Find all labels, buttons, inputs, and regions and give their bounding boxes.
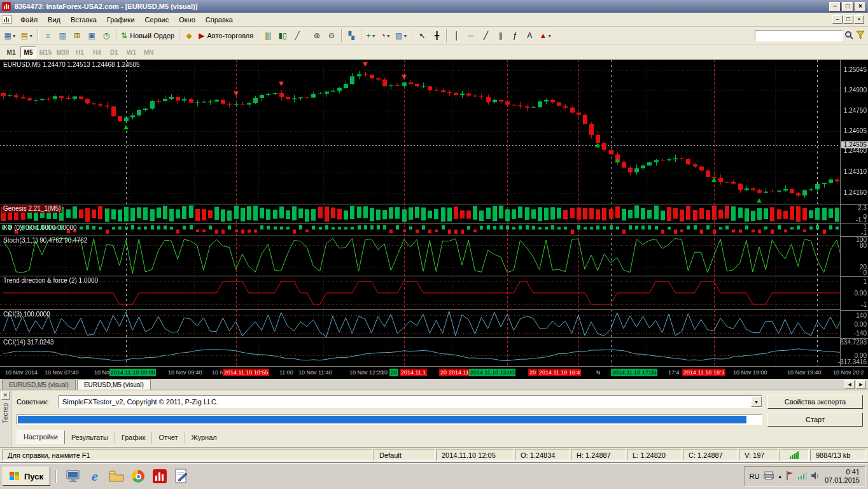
sign-document-icon[interactable] (172, 467, 191, 486)
genesis-pane-label: Genesis 2.21_1(M5) (2, 205, 62, 213)
menu-item-графики[interactable]: Графики (102, 14, 140, 25)
menu-item-вид[interactable]: Вид (43, 14, 66, 25)
tray-expand-icon[interactable]: ▴ (778, 473, 781, 479)
vertical-line-button[interactable]: │ (449, 29, 463, 43)
strategy-tester-button[interactable]: ◷ (99, 29, 113, 43)
search-icon[interactable] (844, 31, 854, 41)
timeframe-m15[interactable]: M15 (38, 46, 53, 58)
terminal-button[interactable]: ▣ (85, 29, 99, 43)
zoom-in-button[interactable]: ⊕ (310, 29, 324, 43)
templates-button[interactable]: ▨▼ (393, 29, 409, 43)
filter-funnel-icon[interactable] (856, 31, 865, 41)
speaker-icon[interactable] (811, 472, 820, 481)
metaeditor-button[interactable]: ◆ (182, 29, 196, 43)
system-tool-icon[interactable] (64, 467, 83, 486)
taskbar-clock[interactable]: 0:41 07.01.2015 (825, 468, 860, 485)
time-axis-label: 10 (380, 369, 389, 376)
language-indicator[interactable]: RU (750, 472, 760, 480)
time-axis-label: 17:4 (667, 369, 681, 376)
status-traffic: 9884/13 kb (810, 450, 866, 461)
chart-tab[interactable]: EURUSD,M5 (visual) (2, 379, 76, 390)
expert-select[interactable]: SimpleFXTester_v2, Copyright © 2011, P-Z… (59, 395, 762, 408)
data-window-button[interactable]: ▥ (55, 29, 69, 43)
mt4-icon[interactable] (150, 467, 169, 486)
tab-scroll-left-icon[interactable]: ◀ (844, 380, 855, 389)
timeframe-mn[interactable]: MN (141, 46, 157, 58)
timeframe-m5[interactable]: M5 (20, 46, 36, 58)
tab-scroll-right-icon[interactable]: ▶ (856, 380, 866, 389)
maximize-button[interactable]: □ (842, 2, 853, 11)
menu-item-окно[interactable]: Окно (174, 14, 200, 25)
chart-tabs: EURUSD,M5 (visual)EURUSD,M5 (visual) (2, 379, 152, 390)
menu-item-справка[interactable]: Справка (200, 14, 238, 25)
cursor-icon: ↖ (419, 32, 425, 39)
zoom-in-icon: ⊕ (314, 32, 320, 39)
status-profile[interactable]: Default (374, 450, 435, 461)
start-menu-button[interactable]: Пуск (3, 467, 50, 486)
expert-select-arrow-icon[interactable]: ▼ (751, 397, 762, 407)
tester-tab-1[interactable]: Настройки (17, 430, 65, 444)
new-chart-button[interactable]: ▦▼ (3, 29, 18, 43)
autotrading-button[interactable]: ▶Авто-торговля (197, 29, 255, 43)
menu-item-файл[interactable]: Файл (15, 14, 43, 25)
channel-button[interactable]: ∥ (493, 29, 507, 43)
flag-icon[interactable] (786, 471, 794, 481)
tester-close-button[interactable]: × (1, 392, 10, 400)
mdi-close-button[interactable]: × (854, 15, 864, 24)
dropdown-arrow-icon: ▼ (372, 34, 376, 38)
chart-tab[interactable]: EURUSD,M5 (visual) (77, 379, 151, 390)
dropdown-arrow-icon: ▼ (29, 34, 33, 38)
mdi-minimize-button[interactable]: – (832, 15, 843, 24)
profiles-button[interactable]: ▤▼ (19, 29, 35, 43)
navigator-button[interactable]: ⊞ (70, 29, 84, 43)
folder-icon[interactable] (107, 467, 126, 486)
arrows-button[interactable]: ▲▼ (537, 29, 554, 43)
printer-icon[interactable] (764, 471, 774, 481)
search-input[interactable] (755, 30, 843, 41)
scale-separator (841, 223, 868, 224)
timeframe-h4[interactable]: H4 (89, 46, 105, 58)
start-button[interactable]: Старт (767, 413, 863, 427)
cci3-scale-label: 140 (856, 312, 867, 319)
network-icon[interactable] (798, 472, 807, 481)
zoom-out-button[interactable]: ⊖ (325, 29, 339, 43)
trendline-button[interactable]: ╱ (479, 29, 493, 43)
chrome-icon[interactable] (129, 467, 148, 486)
cursor-button[interactable]: ↖ (415, 29, 429, 43)
timeframe-m1[interactable]: M1 (3, 46, 19, 58)
timeframe-h1[interactable]: H1 (72, 46, 88, 58)
toolbar-separator (446, 29, 447, 42)
mdi-restore-button[interactable]: □ (843, 15, 853, 24)
candle-chart-button[interactable]: ▮▯ (276, 29, 290, 43)
timeframe-d1[interactable]: D1 (106, 46, 122, 58)
tester-tab-3[interactable]: График (115, 432, 152, 444)
close-button[interactable]: × (855, 2, 866, 11)
new-order-button[interactable]: ⇅Новый Ордер (119, 29, 176, 43)
ie-icon[interactable]: e (85, 467, 104, 486)
status-volume-value: V: 197 (739, 450, 778, 461)
timeframe-m30[interactable]: M30 (55, 46, 71, 58)
line-chart-button[interactable]: ╱ (290, 29, 304, 43)
tile-windows-button[interactable]: ▚ (344, 29, 358, 43)
indicators-button[interactable]: +▼ (364, 29, 378, 43)
tester-tab-5[interactable]: Журнал (185, 432, 223, 444)
bar-chart-button[interactable]: ||| (261, 29, 275, 43)
expert-properties-button[interactable]: Свойства эксперта (767, 395, 863, 409)
market-watch-button[interactable]: ≡ (41, 29, 55, 43)
text-button[interactable]: A (522, 29, 536, 43)
cci3-scale-label: 0.00 (855, 321, 867, 328)
fibonacci-button[interactable]: ƒ (508, 29, 522, 43)
price-chart-canvas[interactable] (0, 60, 840, 366)
timeframe-w1[interactable]: W1 (123, 46, 139, 58)
periods-button[interactable]: ◔▼ (379, 29, 393, 43)
horizontal-line-button[interactable]: ─ (464, 29, 478, 43)
toolbar-separator (116, 29, 117, 42)
menu-item-вставка[interactable]: Вставка (66, 14, 102, 25)
time-axis-label: 10 No (93, 369, 111, 376)
time-axis-label: 20 (528, 369, 537, 376)
minimize-button[interactable]: – (829, 2, 841, 11)
tester-tab-2[interactable]: Результаты (65, 432, 115, 444)
crosshair-button[interactable]: ╋ (430, 29, 444, 43)
tester-tab-4[interactable]: Отчет (151, 432, 184, 444)
menu-item-сервис[interactable]: Сервис (140, 14, 174, 25)
